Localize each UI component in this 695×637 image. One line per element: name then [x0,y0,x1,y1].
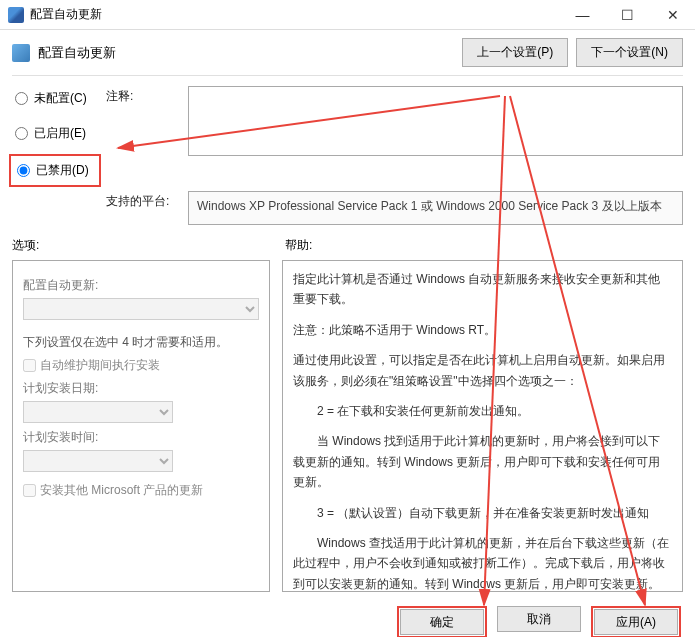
plan-time-dropdown[interactable] [23,450,173,472]
window-title: 配置自动更新 [30,6,560,23]
next-setting-button[interactable]: 下一个设置(N) [576,38,683,67]
ok-button[interactable]: 确定 [400,609,484,635]
help-text-6: 3 = （默认设置）自动下载更新，并在准备安装更新时发出通知 [293,503,672,523]
config-top-row: 未配置(C) 已启用(E) 已禁用(D) 注释: [0,82,695,187]
other-ms-checkbox[interactable] [23,484,36,497]
radio-disabled-input[interactable] [17,164,30,177]
radio-enabled-input[interactable] [15,127,28,140]
separator [12,75,683,76]
options-title: 配置自动更新: [23,277,259,294]
prev-setting-button[interactable]: 上一个设置(P) [462,38,568,67]
dialog-buttons: 确定 取消 应用(A) [0,596,695,637]
options-header: 选项: [12,237,267,254]
apply-button[interactable]: 应用(A) [594,609,678,635]
help-text-5: 当 Windows 找到适用于此计算机的更新时，用户将会接到可以下载更新的通知。… [293,431,672,492]
window-titlebar: 配置自动更新 — ☐ ✕ [0,0,695,30]
radio-not-configured-input[interactable] [15,92,28,105]
platform-row: 支持的平台: Windows XP Professional Service P… [0,187,695,229]
auto-maint-label: 自动维护期间执行安装 [40,357,160,374]
help-text-2: 注意：此策略不适用于 Windows RT。 [293,320,672,340]
cancel-button[interactable]: 取消 [497,606,581,632]
radio-enabled[interactable]: 已启用(E) [12,123,98,144]
comment-label: 注释: [106,86,180,105]
help-text-3: 通过使用此设置，可以指定是否在此计算机上启用自动更新。如果启用该服务，则必须在"… [293,350,672,391]
radio-group: 未配置(C) 已启用(E) 已禁用(D) [12,86,98,183]
plan-date-dropdown[interactable] [23,401,173,423]
help-text-1: 指定此计算机是否通过 Windows 自动更新服务来接收安全更新和其他重要下载。 [293,269,672,310]
auto-maint-checkbox-row[interactable]: 自动维护期间执行安装 [23,357,259,374]
setting-icon [12,44,30,62]
auto-maint-checkbox[interactable] [23,359,36,372]
minimize-button[interactable]: — [560,0,605,30]
radio-enabled-label: 已启用(E) [34,125,86,142]
radio-disabled-highlight: 已禁用(D) [9,154,101,187]
help-header: 帮助: [285,237,683,254]
app-icon [8,7,24,23]
panel-headers: 选项: 帮助: [0,229,695,256]
other-ms-checkbox-row[interactable]: 安装其他 Microsoft 产品的更新 [23,482,259,499]
config-auto-update-dropdown[interactable] [23,298,259,320]
apply-highlight: 应用(A) [591,606,681,637]
options-panel: 配置自动更新: 下列设置仅在选中 4 时才需要和适用。 自动维护期间执行安装 计… [12,260,270,592]
maximize-button[interactable]: ☐ [605,0,650,30]
radio-not-configured-label: 未配置(C) [34,90,87,107]
plan-date-label: 计划安装日期: [23,380,259,397]
panels-row: 配置自动更新: 下列设置仅在选中 4 时才需要和适用。 自动维护期间执行安装 计… [0,256,695,596]
plan-time-label: 计划安装时间: [23,429,259,446]
radio-disabled[interactable]: 已禁用(D) [14,160,96,181]
ok-highlight: 确定 [397,606,487,637]
comment-textarea[interactable] [188,86,683,156]
options-note: 下列设置仅在选中 4 时才需要和适用。 [23,334,259,351]
help-text-7: Windows 查找适用于此计算机的更新，并在后台下载这些更新（在此过程中，用户… [293,533,672,592]
setting-title: 配置自动更新 [38,44,454,62]
radio-disabled-label: 已禁用(D) [36,162,89,179]
close-button[interactable]: ✕ [650,0,695,30]
platform-label: 支持的平台: [106,191,180,210]
window-controls: — ☐ ✕ [560,0,695,30]
header-row: 配置自动更新 上一个设置(P) 下一个设置(N) [0,30,695,75]
platform-box: Windows XP Professional Service Pack 1 或… [188,191,683,225]
help-text-4: 2 = 在下载和安装任何更新前发出通知。 [293,401,672,421]
radio-not-configured[interactable]: 未配置(C) [12,88,98,109]
help-panel[interactable]: 指定此计算机是否通过 Windows 自动更新服务来接收安全更新和其他重要下载。… [282,260,683,592]
other-ms-label: 安装其他 Microsoft 产品的更新 [40,482,203,499]
